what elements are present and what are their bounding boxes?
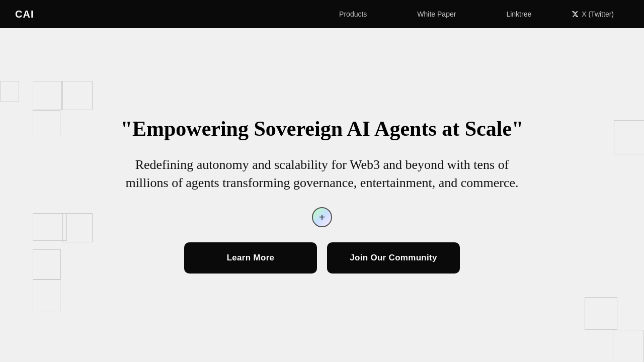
deco-sq-8 — [33, 280, 60, 312]
deco-sq-6 — [62, 213, 93, 242]
nav-links: Products White Paper Linktree X (Twitter… — [314, 10, 629, 18]
hero-section: "Empowering Sovereign AI Agents at Scale… — [0, 28, 644, 362]
x-twitter-icon — [572, 11, 579, 18]
navbar: CAI Products White Paper Linktree X (Twi… — [0, 0, 644, 28]
deco-sq-1 — [0, 81, 19, 102]
plus-icon[interactable]: + — [312, 207, 332, 227]
deco-sq-5 — [33, 213, 67, 241]
cta-buttons: Learn More Join Our Community — [184, 242, 460, 274]
hero-title: "Empowering Sovereign AI Agents at Scale… — [121, 117, 524, 141]
join-community-button[interactable]: Join Our Community — [327, 242, 460, 274]
plus-icon-wrapper[interactable]: + — [312, 207, 332, 227]
deco-sq-11 — [613, 330, 644, 362]
decorative-squares — [0, 28, 644, 362]
deco-sq-2 — [33, 81, 62, 110]
deco-sq-3 — [62, 81, 93, 110]
x-twitter-label: X (Twitter) — [582, 10, 614, 18]
nav-link-x-twitter[interactable]: X (Twitter) — [556, 10, 629, 18]
nav-link-linktree[interactable]: Linktree — [481, 10, 556, 18]
nav-link-products[interactable]: Products — [314, 10, 392, 18]
deco-sq-10 — [585, 297, 617, 330]
hero-subtitle: Redefining autonomy and scalability for … — [116, 156, 528, 193]
deco-sq-4 — [33, 110, 60, 135]
deco-sq-9 — [614, 120, 644, 154]
nav-link-white-paper[interactable]: White Paper — [392, 10, 481, 18]
learn-more-button[interactable]: Learn More — [184, 242, 317, 274]
nav-logo[interactable]: CAI — [15, 9, 34, 20]
deco-sq-7 — [33, 249, 61, 280]
